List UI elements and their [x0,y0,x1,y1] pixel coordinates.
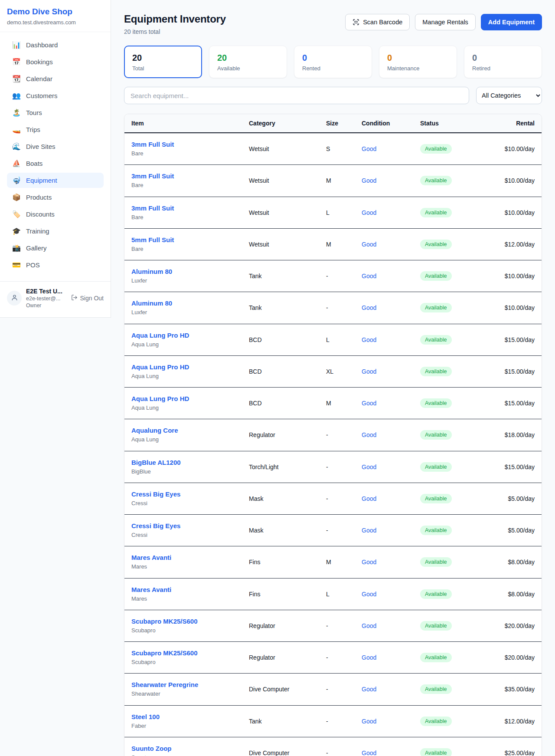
item-category: Dive Computer [242,674,319,705]
sidebar-item-pos[interactable]: 💳POS [7,257,104,273]
item-category: Fins [242,546,319,578]
stat-label-retired: Retired [472,65,534,72]
sidebar-item-tours[interactable]: 🏝️Tours [7,105,104,120]
sidebar-item-products[interactable]: 📦Products [7,190,104,205]
item-size: - [319,705,355,737]
sidebar-item-calendar[interactable]: 📆Calendar [7,71,104,86]
brand-title[interactable]: Demo Dive Shop [7,7,104,16]
item-condition-link[interactable]: Good [362,527,376,534]
sidebar-item-equipment[interactable]: 🤿Equipment [7,173,104,188]
item-condition-link[interactable]: Good [362,686,376,693]
column-header-status: Status [413,114,486,133]
item-name-link[interactable]: Aqua Lung Pro HD [131,395,235,403]
stat-card-rented[interactable]: 0Rented [294,46,372,78]
table-row: Aluminum 80LuxferTank-GoodAvailable$10.0… [124,292,542,324]
item-condition-link[interactable]: Good [362,304,376,311]
status-badge: Available [420,462,452,472]
search-input[interactable] [124,87,469,104]
item-condition-link[interactable]: Good [362,749,376,756]
status-badge: Available [420,208,452,217]
sidebar-item-gallery[interactable]: 📸Gallery [7,240,104,256]
item-condition-link[interactable]: Good [362,336,376,343]
stat-card-total[interactable]: 20Total [124,46,202,78]
item-name-link[interactable]: BigBlue AL1200 [131,459,235,467]
item-category: BCD [242,355,319,387]
item-condition-link[interactable]: Good [362,177,376,184]
item-brand: Luxfer [131,277,235,284]
category-select[interactable]: All Categories [476,87,542,104]
item-name-link[interactable]: 3mm Full Suit [131,172,235,180]
column-header-item: Item [124,114,242,133]
item-name-link[interactable]: Scubapro MK25/S600 [131,618,235,625]
sidebar-item-boats[interactable]: ⛵Boats [7,156,104,171]
item-brand: Shearwater [131,690,235,697]
item-size: - [319,292,355,324]
add-equipment-button[interactable]: Add Equipment [481,14,542,30]
sidebar: Demo Dive Shop demo.test.divestreams.com… [0,0,111,318]
item-condition-link[interactable]: Good [362,591,376,598]
item-name-link[interactable]: Suunto Zoop [131,745,235,753]
stat-label-total: Total [132,65,194,72]
header-actions: Scan Barcode Manage Rentals Add Equipmen… [345,14,542,30]
stat-value-total: 20 [132,52,194,63]
scan-barcode-button[interactable]: Scan Barcode [345,14,410,30]
item-brand: Cressi [131,532,235,539]
manage-rentals-button[interactable]: Manage Rentals [415,14,476,30]
sidebar-item-dashboard[interactable]: 📊Dashboard [7,37,104,53]
item-name-link[interactable]: 5mm Full Suit [131,236,235,244]
sidebar-item-discounts[interactable]: 🏷️Discounts [7,207,104,222]
item-condition-link[interactable]: Good [362,241,376,248]
table-header: Item Category Size Condition Status Rent… [124,114,542,133]
item-name-link[interactable]: Aqualung Core [131,427,235,434]
item-condition-link[interactable]: Good [362,368,376,375]
stat-card-retired[interactable]: 0Retired [464,46,542,78]
sidebar-item-label: Products [26,194,52,201]
page-header: Equipment Inventory 20 items total Scan … [124,13,542,35]
item-condition-link[interactable]: Good [362,463,376,470]
item-name-link[interactable]: Shearwater Peregrine [131,681,235,689]
item-name-link[interactable]: Aqua Lung Pro HD [131,332,235,339]
item-name-link[interactable]: Aluminum 80 [131,268,235,276]
item-brand: Suunto [131,754,235,756]
item-condition-link[interactable]: Good [362,273,376,279]
item-name-link[interactable]: Cressi Big Eyes [131,522,235,530]
item-name-link[interactable]: Cressi Big Eyes [131,490,235,498]
status-badge: Available [420,367,452,376]
dashboard-icon: 📊 [12,42,21,49]
item-condition-link[interactable]: Good [362,431,376,438]
item-condition-link[interactable]: Good [362,209,376,216]
item-name-link[interactable]: 3mm Full Suit [131,141,235,148]
table-row: 5mm Full SuitBareWetsuitMGoodAvailable$1… [124,228,542,260]
stats-row: 20Total20Available0Rented0Maintenance0Re… [124,46,542,78]
tours-icon: 🏝️ [12,109,21,116]
sidebar-item-customers[interactable]: 👥Customers [7,88,104,103]
item-name-link[interactable]: 3mm Full Suit [131,204,235,212]
item-name-link[interactable]: Aluminum 80 [131,299,235,307]
item-condition-link[interactable]: Good [362,622,376,629]
item-name-link[interactable]: Scubapro MK25/S600 [131,649,235,657]
item-condition-link[interactable]: Good [362,718,376,725]
item-name-link[interactable]: Mares Avanti [131,586,235,594]
items-total-count: 20 items total [124,28,226,35]
sidebar-item-label: Dashboard [26,41,58,49]
sidebar-item-dive-sites[interactable]: 🌊Dive Sites [7,139,104,154]
item-condition-link[interactable]: Good [362,654,376,661]
status-badge: Available [420,240,452,249]
sidebar-item-training[interactable]: 🎓Training [7,224,104,239]
stat-card-maintenance[interactable]: 0Maintenance [379,46,457,78]
stat-card-available[interactable]: 20Available [209,46,287,78]
item-name-link[interactable]: Aqua Lung Pro HD [131,363,235,371]
item-name-link[interactable]: Steel 100 [131,713,235,721]
item-condition-link[interactable]: Good [362,145,376,152]
item-condition-link[interactable]: Good [362,495,376,502]
item-size: M [319,546,355,578]
sidebar-item-trips[interactable]: 🚤Trips [7,122,104,137]
sign-out-button[interactable]: Sign Out [71,294,104,302]
status-badge: Available [420,684,452,694]
item-name-link[interactable]: Mares Avanti [131,554,235,562]
item-condition-link[interactable]: Good [362,400,376,407]
item-brand: Scubapro [131,659,235,666]
item-condition-link[interactable]: Good [362,559,376,565]
sidebar-item-bookings[interactable]: 📅Bookings [7,54,104,69]
table-row: 3mm Full SuitBareWetsuitLGoodAvailable$1… [124,197,542,228]
